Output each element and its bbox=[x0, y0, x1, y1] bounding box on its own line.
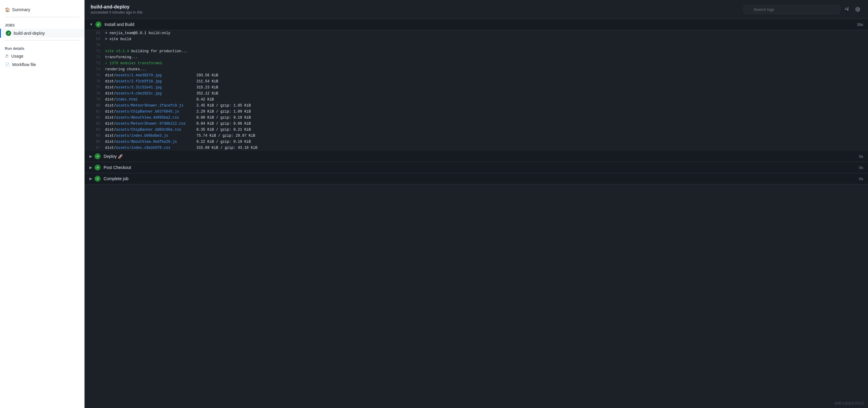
line-number: 85 bbox=[89, 133, 100, 139]
step-title: Deploy 🚀 bbox=[103, 154, 859, 159]
log-line: 76dist/assets/2.f2cb5f18.jpg 211.54 KiB bbox=[85, 78, 868, 84]
line-number: 71 bbox=[89, 48, 100, 54]
line-text: transforming... bbox=[105, 54, 138, 60]
line-text: dist/assets/index.b09bdbe3.js 75.74 KiB … bbox=[105, 133, 255, 139]
home-icon: 🏠 bbox=[5, 7, 10, 12]
log-line: 75dist/assets/1.4ee38279.jpg 293.56 KiB bbox=[85, 72, 868, 78]
jobs-section-label: Jobs bbox=[0, 20, 84, 29]
line-number: 86 bbox=[89, 139, 100, 145]
step-duration: 39s bbox=[857, 22, 863, 27]
line-number: 72 bbox=[89, 54, 100, 60]
clock-icon: ⏱ bbox=[5, 54, 9, 59]
settings-button[interactable] bbox=[854, 5, 862, 13]
job-info: build-and-deploy succeeded 4 minutes ago… bbox=[91, 4, 143, 14]
job-subtitle: succeeded 4 minutes ago in 43s bbox=[91, 10, 143, 14]
log-line: 69> vite build bbox=[85, 36, 868, 42]
usage-label: Usage bbox=[11, 54, 23, 59]
step-success-icon bbox=[95, 176, 100, 182]
line-number: 78 bbox=[89, 91, 100, 97]
job-title: build-and-deploy bbox=[91, 4, 143, 10]
log-line: 81dist/assets/ChipBanner.b6376845.js 2.2… bbox=[85, 109, 868, 115]
log-line: 73✓ 1379 modules transformed. bbox=[85, 60, 868, 66]
line-text: vite v3.1.4 building for production... bbox=[105, 48, 188, 54]
log-line: 80dist/assets/MeteorShower.1facefc9.js 2… bbox=[85, 103, 868, 109]
main-content: build-and-deploy succeeded 4 minutes ago… bbox=[85, 0, 868, 408]
log-line: 79dist/index.html 0.42 KiB bbox=[85, 97, 868, 103]
line-text: dist/assets/4.cbe1021c.jpg 352.12 KiB bbox=[105, 91, 218, 97]
chevron-icon: ▶ bbox=[89, 176, 92, 181]
log-line: 72transforming... bbox=[85, 54, 868, 60]
job-success-icon bbox=[6, 31, 11, 36]
sidebar-item-usage[interactable]: ⏱ Usage bbox=[0, 52, 84, 60]
step-title: Post Checkout bbox=[103, 165, 859, 170]
line-number: 79 bbox=[89, 97, 100, 103]
sidebar: 🏠 Summary Jobs build-and-deploy Run deta… bbox=[0, 0, 85, 408]
line-number: 76 bbox=[89, 78, 100, 84]
job-label: build-and-deploy bbox=[13, 31, 45, 36]
line-text: dist/assets/MeteorShower.1facefc9.js 2.4… bbox=[105, 103, 251, 109]
line-text: > vite build bbox=[105, 36, 131, 42]
log-line: 68> nanjia_team@0.0.1 build:only bbox=[85, 30, 868, 36]
search-logs-input[interactable] bbox=[744, 5, 840, 14]
line-text: dist/assets/AboutView.9edfba28.js 0.22 K… bbox=[105, 139, 251, 145]
log-line: 77dist/assets/3.31c52e41.jpg 315.23 KiB bbox=[85, 84, 868, 91]
log-line: 84dist/assets/ChipBanner.dd03c60a.css 0.… bbox=[85, 127, 868, 133]
log-line: 78dist/assets/4.cbe1021c.jpg 352.12 KiB bbox=[85, 91, 868, 97]
log-line: 85dist/assets/index.b09bdbe3.js 75.74 Ki… bbox=[85, 133, 868, 139]
line-number: 81 bbox=[89, 109, 100, 115]
line-text: dist/assets/ChipBanner.b6376845.js 2.29 … bbox=[105, 109, 251, 115]
log-content[interactable]: ▼Install and Build39s68> nanjia_team@0.0… bbox=[85, 19, 868, 408]
line-number: 68 bbox=[89, 30, 100, 36]
line-number: 73 bbox=[89, 60, 100, 66]
search-wrapper: 🔍 bbox=[744, 5, 840, 14]
workflow-file-label: Workflow file bbox=[12, 62, 36, 67]
line-text: rendering chunks... bbox=[105, 66, 147, 72]
step-header-complete-job[interactable]: ▶Complete job0s bbox=[85, 173, 868, 184]
line-number: 75 bbox=[89, 72, 100, 78]
main-header: build-and-deploy succeeded 4 minutes ago… bbox=[85, 0, 868, 19]
step-success-icon bbox=[95, 22, 101, 28]
line-text: dist/assets/MeteorShower.97d0b112.css 0.… bbox=[105, 121, 251, 127]
log-line: 71vite v3.1.4 building for production... bbox=[85, 48, 868, 54]
sidebar-summary-link[interactable]: 🏠 Summary bbox=[0, 5, 84, 14]
file-icon: 📄 bbox=[5, 63, 10, 67]
line-number: 83 bbox=[89, 121, 100, 127]
log-line: 87dist/assets/index.c6e2e5f8.css 315.09 … bbox=[85, 145, 868, 151]
sidebar-job-build-and-deploy[interactable]: build-and-deploy bbox=[0, 29, 84, 38]
divider-1 bbox=[5, 17, 80, 17]
step-success-icon bbox=[95, 165, 100, 170]
chevron-icon: ▶ bbox=[89, 165, 92, 170]
sidebar-summary-label: Summary bbox=[12, 7, 30, 12]
line-number: 77 bbox=[89, 84, 100, 91]
line-text: dist/assets/1.4ee38279.jpg 293.56 KiB bbox=[105, 72, 218, 78]
line-text: dist/assets/3.31c52e41.jpg 315.23 KiB bbox=[105, 84, 218, 91]
run-details-label: Run details bbox=[0, 43, 84, 52]
line-text: dist/index.html 0.42 KiB bbox=[105, 97, 214, 103]
log-line: 83dist/assets/MeteorShower.97d0b112.css … bbox=[85, 121, 868, 127]
refresh-button[interactable] bbox=[843, 5, 851, 13]
step-success-icon bbox=[95, 153, 100, 159]
step-header-post-checkout[interactable]: ▶Post Checkout0s bbox=[85, 162, 868, 173]
log-line: 70 bbox=[85, 42, 868, 48]
line-number: 87 bbox=[89, 145, 100, 151]
step-header-deploy[interactable]: ▶Deploy 🚀0s bbox=[85, 151, 868, 162]
line-number: 82 bbox=[89, 115, 100, 121]
sidebar-item-workflow-file[interactable]: 📄 Workflow file bbox=[0, 60, 84, 69]
header-controls: 🔍 bbox=[744, 5, 862, 14]
step-duration: 0s bbox=[859, 154, 863, 159]
line-number: 70 bbox=[89, 42, 100, 48]
line-number: 74 bbox=[89, 66, 100, 72]
step-header-install-and-build[interactable]: ▼Install and Build39s bbox=[85, 19, 868, 30]
chevron-icon: ▶ bbox=[89, 154, 92, 159]
log-line: 82dist/assets/AboutView.4d995ba2.css 0.0… bbox=[85, 115, 868, 121]
line-number: 80 bbox=[89, 103, 100, 109]
step-lines-install-and-build: 68> nanjia_team@0.0.1 build:only69> vite… bbox=[85, 30, 868, 151]
chevron-icon: ▼ bbox=[89, 22, 93, 27]
line-text: dist/assets/index.c6e2e5f8.css 315.09 Ki… bbox=[105, 145, 257, 151]
step-duration: 0s bbox=[859, 176, 863, 181]
line-number: 84 bbox=[89, 127, 100, 133]
line-number: 69 bbox=[89, 36, 100, 42]
line-text: dist/assets/AboutView.4d995ba2.css 0.08 … bbox=[105, 115, 251, 121]
line-text: > nanjia_team@0.0.1 build:only bbox=[105, 30, 170, 36]
log-line: 74rendering chunks... bbox=[85, 66, 868, 72]
